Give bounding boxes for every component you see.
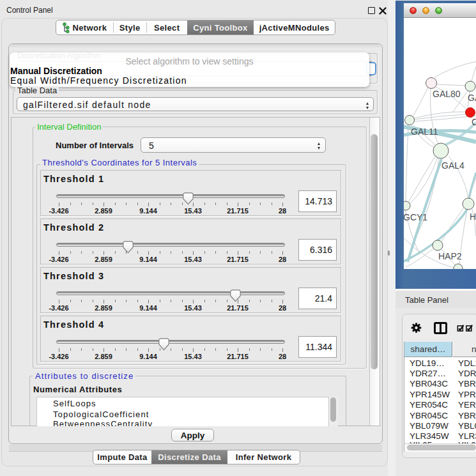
svg-text:C: C bbox=[472, 117, 476, 127]
svg-text:GAL11: GAL11 bbox=[411, 127, 438, 137]
svg-text:GCY1: GCY1 bbox=[404, 212, 427, 222]
svg-text:GAL80: GAL80 bbox=[433, 89, 461, 99]
svg-text:H: H bbox=[470, 211, 476, 222]
svg-text:HAP2: HAP2 bbox=[438, 251, 462, 261]
svg-text:GA: GA bbox=[468, 93, 476, 103]
svg-text:GAL4: GAL4 bbox=[441, 160, 464, 171]
